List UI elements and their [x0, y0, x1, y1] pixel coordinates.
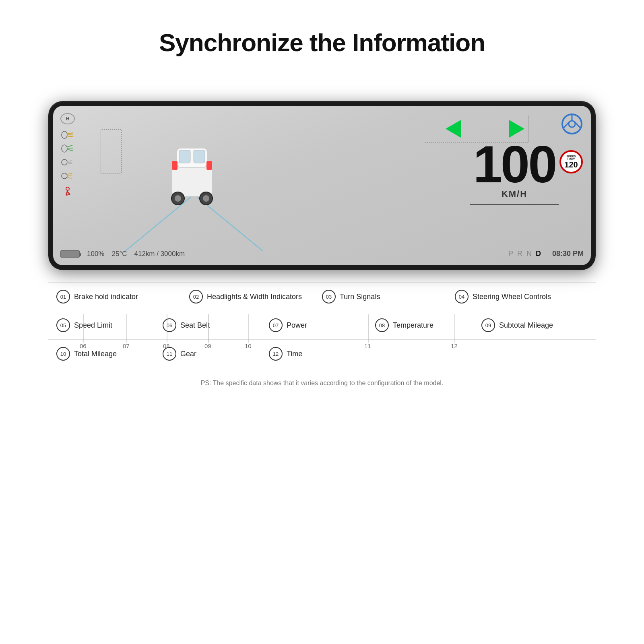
speed-display: 100 KM/H: [470, 138, 559, 205]
legend-text-11: Gear: [180, 350, 196, 358]
svg-line-15: [67, 136, 73, 137]
legend-num-04: 04: [455, 290, 469, 303]
legend-num-10: 10: [56, 347, 70, 361]
speed-bar: [470, 204, 559, 205]
legend-num-03: 03: [322, 290, 336, 303]
time-display: 08:30 PM: [552, 250, 584, 258]
svg-line-19: [67, 149, 73, 151]
headlights-dashed-box: [101, 129, 122, 173]
legend-item-02: 02 Headlights & Width Indicators: [189, 290, 322, 303]
svg-line-17: [67, 145, 72, 147]
legend-text-01: Brake hold indicator: [74, 293, 138, 301]
legend-item-10: 10 Total Mileage: [56, 347, 163, 361]
page-title: Synchronize the Information: [0, 0, 644, 57]
svg-line-29: [66, 190, 68, 195]
ps-note: PS: The specific data shows that it vari…: [0, 380, 644, 387]
legend-num-09: 09: [481, 318, 495, 332]
legend-item-11: 11 Gear: [163, 347, 269, 361]
battery-indicator: [60, 250, 80, 258]
legend-text-06: Seat Belt: [180, 321, 210, 330]
speed-limit-value: 120: [564, 161, 578, 169]
turn-signal-left: [446, 120, 461, 138]
speed-limit-label: SPEED: [566, 155, 576, 158]
legend-num-12: 12: [269, 347, 283, 361]
status-right: P R N D 08:30 PM: [508, 250, 584, 258]
dashboard-wrapper: 01 02 03 04 05 H: [48, 101, 596, 270]
svg-line-21: [67, 161, 72, 161]
steering-wheel-icon: [561, 113, 583, 135]
headlight-icon-1: [60, 129, 75, 140]
svg-point-39: [175, 195, 181, 202]
gear-r: R: [517, 250, 522, 258]
legend-num-05: 05: [56, 318, 70, 332]
left-indicator-panel: H: [60, 113, 75, 198]
legend-item-06: 06 Seat Belt: [163, 318, 269, 332]
legend-text-07: Power: [287, 321, 307, 330]
legend-text-10: Total Mileage: [74, 350, 117, 358]
svg-point-43: [569, 121, 575, 127]
gear-n: N: [526, 250, 532, 258]
legend-item-04: 04 Steering Wheel Controls: [455, 290, 588, 303]
legend-num-06: 06: [163, 318, 176, 332]
dashboard-device: H: [48, 101, 596, 270]
svg-line-13: [67, 133, 73, 134]
gear-display: P R N D: [508, 250, 541, 258]
legend-num-02: 02: [189, 290, 203, 303]
battery-percent: 100%: [87, 250, 104, 258]
svg-rect-36: [172, 161, 178, 170]
legend-num-08: 08: [375, 318, 389, 332]
legend-text-08: Temperature: [393, 321, 433, 330]
legend-text-04: Steering Wheel Controls: [473, 293, 551, 301]
dashboard-screen: H: [53, 106, 591, 265]
legend-text-12: Time: [287, 350, 302, 358]
legend-item-05: 05 Speed Limit: [56, 318, 163, 332]
speed-value: 100: [470, 138, 559, 190]
fog-light-icon: [60, 157, 75, 168]
mileage-display: 412km / 3000km: [134, 250, 185, 258]
status-left: 100% 25°C 412km / 3000km: [60, 250, 185, 258]
svg-line-23: [67, 163, 72, 164]
svg-point-41: [203, 195, 209, 202]
svg-rect-37: [206, 161, 212, 170]
legend-row-1: 01 Brake hold indicator 02 Headlights & …: [48, 282, 596, 311]
svg-line-27: [67, 178, 72, 178]
car-illustration: [160, 136, 224, 218]
headlight-icon-2: [60, 143, 75, 154]
legend-item-09: 09 Subtotal Mileage: [481, 318, 588, 332]
svg-line-25: [67, 173, 72, 174]
width-light-icon: [60, 170, 75, 182]
legend-text-02: Headlights & Width Indicators: [207, 293, 302, 301]
svg-point-28: [66, 187, 69, 190]
svg-point-24: [62, 173, 67, 179]
legend-item-01: 01 Brake hold indicator: [56, 290, 189, 303]
legend-num-07: 07: [269, 318, 283, 332]
legend-item-12: 12 Time: [269, 347, 375, 361]
svg-rect-34: [179, 150, 190, 163]
seat-belt-icon: [60, 186, 75, 198]
legend-num-01: 01: [56, 290, 70, 303]
speed-limit-sign: SPEED LIMIT 120: [559, 150, 583, 173]
status-bar: 100% 25°C 412km / 3000km P R N D 08:30 P…: [60, 250, 584, 258]
legend-text-03: Turn Signals: [340, 293, 380, 301]
gear-d: D: [536, 250, 541, 258]
legend-section: 01 Brake hold indicator 02 Headlights & …: [48, 282, 596, 368]
brake-hold-indicator: H: [60, 113, 75, 124]
svg-line-30: [68, 192, 70, 194]
legend-text-09: Subtotal Mileage: [499, 321, 553, 330]
temperature: 25°C: [111, 250, 127, 258]
legend-row-2: 05 Speed Limit 06 Seat Belt 07 Power 08 …: [48, 311, 596, 339]
legend-item-07: 07 Power: [269, 318, 375, 332]
legend-text-05: Speed Limit: [74, 321, 112, 330]
legend-item-08: 08 Temperature: [375, 318, 481, 332]
legend-num-11: 11: [163, 347, 176, 361]
legend-row-3: 10 Total Mileage 11 Gear 12 Time: [48, 339, 596, 368]
legend-item-03: 03 Turn Signals: [322, 290, 455, 303]
svg-rect-35: [194, 150, 205, 163]
gear-p: P: [508, 250, 513, 258]
svg-point-12: [62, 131, 67, 138]
svg-point-16: [62, 145, 67, 152]
svg-point-20: [62, 159, 67, 165]
